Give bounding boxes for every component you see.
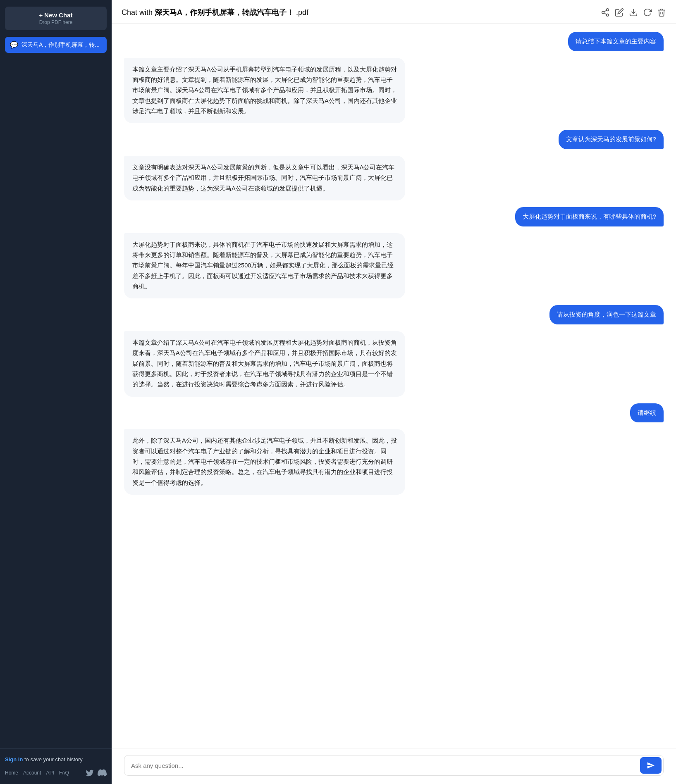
- message-input[interactable]: [124, 756, 638, 775]
- bot-bubble: 本篇文章主要介绍了深天马A公司从手机屏幕转型到汽车电子领域的发展历程，以及大屏化…: [124, 58, 405, 124]
- bot-bubble: 此外，除了深天马A公司，国内还有其他企业涉足汽车电子领域，并且不断创新和发展。因…: [124, 429, 405, 495]
- drop-pdf-hint: Drop PDF here: [12, 19, 100, 25]
- input-area: [112, 748, 676, 784]
- refresh-icon[interactable]: [643, 8, 652, 17]
- chat-bubble-icon: 💬: [10, 41, 18, 49]
- delete-icon[interactable]: [657, 8, 666, 17]
- sidebar-bottom: Sign in to save your chat history Home A…: [0, 748, 112, 784]
- user-message: 请总结下本篇文章的主要内容: [124, 32, 664, 51]
- discord-icon[interactable]: [98, 768, 107, 777]
- main-content: Chat with 深天马A，作别手机屏幕，转战汽车电子！ .pdf: [112, 0, 676, 784]
- bot-message: 此外，除了深天马A公司，国内还有其他企业涉足汽车电子领域，并且不断创新和发展。因…: [124, 429, 664, 495]
- footer-api[interactable]: API: [46, 770, 54, 776]
- chat-item-label: 深天马A，作别手机屏幕，转...: [21, 41, 100, 49]
- user-bubble: 大屏化趋势对于面板商来说，有哪些具体的商机?: [515, 207, 664, 226]
- input-row: [124, 755, 664, 776]
- send-icon: [647, 761, 655, 770]
- messages-area: 请总结下本篇文章的主要内容本篇文章主要介绍了深天马A公司从手机屏幕转型到汽车电子…: [112, 24, 676, 748]
- bot-bubble: 本篇文章介绍了深天马A公司在汽车电子领域的发展历程和大屏化趋势对面板商的商机，从…: [124, 331, 405, 397]
- bot-message: 大屏化趋势对于面板商来说，具体的商机在于汽车电子市场的快速发展和大屏幕需求的增加…: [124, 233, 664, 299]
- user-message: 文章认为深天马的发展前景如何?: [124, 130, 664, 149]
- user-bubble: 请继续: [630, 403, 664, 423]
- footer-faq[interactable]: FAQ: [59, 770, 69, 776]
- sidebar: + New Chat Drop PDF here 💬 深天马A，作别手机屏幕，转…: [0, 0, 112, 784]
- user-message: 请从投资的角度，润色一下这篇文章: [124, 305, 664, 324]
- twitter-icon[interactable]: [85, 768, 94, 777]
- footer-account[interactable]: Account: [23, 770, 41, 776]
- share-icon[interactable]: [601, 8, 610, 17]
- header-actions: [601, 8, 666, 17]
- edit-icon[interactable]: [615, 8, 624, 17]
- user-bubble: 请从投资的角度，润色一下这篇文章: [549, 305, 664, 324]
- footer-social-icons: [85, 768, 107, 777]
- bot-message: 本篇文章主要介绍了深天马A公司从手机屏幕转型到汽车电子领域的发展历程，以及大屏化…: [124, 58, 664, 124]
- new-chat-label: New Chat: [44, 12, 72, 19]
- chat-item[interactable]: 💬 深天马A，作别手机屏幕，转...: [5, 37, 107, 53]
- send-button[interactable]: [640, 757, 662, 774]
- bot-bubble: 文章没有明确表达对深天马A公司发展前景的判断，但是从文章中可以看出，深天马A公司…: [124, 156, 405, 200]
- user-message: 请继续: [124, 403, 664, 423]
- new-chat-button[interactable]: + New Chat Drop PDF here: [5, 7, 107, 30]
- user-message: 大屏化趋势对于面板商来说，有哪些具体的商机?: [124, 207, 664, 226]
- sign-in-link[interactable]: Sign in: [5, 756, 23, 763]
- bot-message: 本篇文章介绍了深天马A公司在汽车电子领域的发展历程和大屏化趋势对面板商的商机，从…: [124, 331, 664, 397]
- chat-title: Chat with 深天马A，作别手机屏幕，转战汽车电子！ .pdf: [122, 7, 308, 17]
- sign-in-notice: Sign in to save your chat history: [5, 755, 107, 764]
- new-chat-plus: +: [39, 12, 43, 19]
- footer-home[interactable]: Home: [5, 770, 18, 776]
- download-icon[interactable]: [629, 8, 638, 17]
- svg-line-1: [604, 10, 607, 12]
- bot-message: 文章没有明确表达对深天马A公司发展前景的判断，但是从文章中可以看出，深天马A公司…: [124, 156, 664, 200]
- footer-links: Home Account API FAQ: [5, 768, 107, 777]
- chat-header: Chat with 深天马A，作别手机屏幕，转战汽车电子！ .pdf: [112, 0, 676, 24]
- bot-bubble: 大屏化趋势对于面板商来说，具体的商机在于汽车电子市场的快速发展和大屏幕需求的增加…: [124, 233, 405, 299]
- chat-list: 💬 深天马A，作别手机屏幕，转...: [0, 33, 112, 748]
- user-bubble: 请总结下本篇文章的主要内容: [568, 32, 664, 51]
- user-bubble: 文章认为深天马的发展前景如何?: [559, 130, 664, 149]
- svg-line-0: [604, 13, 607, 14]
